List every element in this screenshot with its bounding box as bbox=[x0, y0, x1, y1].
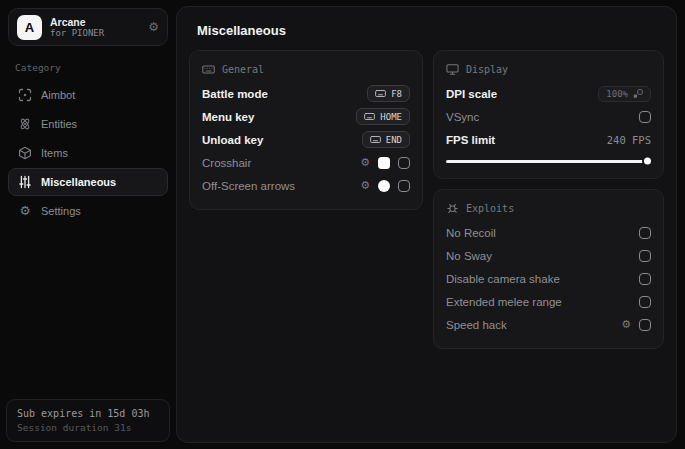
monitor-icon bbox=[446, 63, 459, 76]
subscription-status-card: Sub expires in 15d 03h Session duration … bbox=[6, 399, 170, 442]
general-card: General Battle mode F8 Menu key bbox=[189, 50, 423, 210]
app-subtitle: for PIONER bbox=[50, 28, 140, 38]
cube-icon bbox=[18, 146, 32, 160]
section-title: General bbox=[222, 64, 264, 75]
session-duration-text: Session duration 31s bbox=[17, 422, 159, 433]
setting-row-unload-key: Unload key END bbox=[202, 128, 410, 151]
app-logo: A bbox=[17, 15, 42, 40]
setting-row-dpi-scale: DPI scale 100% bbox=[446, 82, 651, 105]
keyboard-icon bbox=[364, 111, 375, 122]
atom-icon bbox=[18, 117, 32, 131]
setting-row-battle-mode: Battle mode F8 bbox=[202, 82, 410, 105]
setting-row-no-sway: No Sway bbox=[446, 244, 651, 267]
crosshair-checkbox[interactable] bbox=[398, 157, 410, 169]
sidebar-item-entities[interactable]: Entities bbox=[8, 110, 168, 138]
sidebar-item-miscellaneous[interactable]: Miscellaneous bbox=[8, 168, 168, 196]
sidebar-item-label: Settings bbox=[41, 205, 81, 217]
app-window: A Arcane for PIONER ⚙ Category bbox=[0, 0, 685, 449]
keybind-button[interactable]: F8 bbox=[367, 85, 410, 102]
setting-row-vsync: VSync bbox=[446, 105, 651, 128]
slider-handle[interactable] bbox=[644, 158, 651, 165]
main-panel: Miscellaneous General bbox=[176, 6, 677, 443]
setting-row-menu-key: Menu key HOME bbox=[202, 105, 410, 128]
setting-row-no-recoil: No Recoil bbox=[446, 221, 651, 244]
speed-hack-checkbox[interactable] bbox=[639, 319, 651, 331]
sliders-icon bbox=[18, 175, 32, 189]
sidebar-item-label: Items bbox=[41, 147, 68, 159]
sidebar-item-items[interactable]: Items bbox=[8, 139, 168, 167]
gear-icon: ⚙ bbox=[18, 204, 32, 218]
section-title: Display bbox=[466, 64, 508, 75]
page-title: Miscellaneous bbox=[177, 7, 676, 50]
offscreen-arrows-checkbox[interactable] bbox=[398, 180, 410, 192]
fps-limit-value: 240 FPS bbox=[607, 134, 651, 146]
gear-icon[interactable]: ⚙ bbox=[360, 180, 370, 191]
sidebar-item-label: Entities bbox=[41, 118, 77, 130]
no-recoil-checkbox[interactable] bbox=[639, 227, 651, 239]
setting-row-offscreen-arrows: Off-Screen arrows ⚙ bbox=[202, 174, 410, 197]
setting-row-fps-limit: FPS limit 240 FPS bbox=[446, 128, 651, 151]
dpi-scale-button[interactable]: 100% bbox=[598, 86, 651, 102]
gear-icon[interactable]: ⚙ bbox=[360, 157, 370, 168]
sidebar-nav: Aimbot Entities bbox=[8, 81, 168, 225]
keybind-button[interactable]: END bbox=[362, 131, 410, 148]
keyboard-icon bbox=[202, 63, 215, 76]
sub-expiry-text: Sub expires in 15d 03h bbox=[17, 408, 159, 419]
setting-row-crosshair: Crosshair ⚙ bbox=[202, 151, 410, 174]
fps-limit-slider[interactable] bbox=[446, 156, 651, 166]
display-card: Display DPI scale 100% VSy bbox=[433, 50, 664, 179]
gear-icon[interactable]: ⚙ bbox=[621, 319, 631, 330]
sidebar: A Arcane for PIONER ⚙ Category bbox=[0, 0, 176, 449]
brand-card: A Arcane for PIONER ⚙ bbox=[8, 8, 168, 46]
keybind-button[interactable]: HOME bbox=[356, 108, 410, 125]
sidebar-item-label: Miscellaneous bbox=[41, 176, 116, 188]
vsync-checkbox[interactable] bbox=[639, 111, 651, 123]
category-label: Category bbox=[15, 62, 168, 73]
exploits-card: Exploits No Recoil No Sway Disable camer… bbox=[433, 189, 664, 349]
crosshair-scan-icon bbox=[18, 88, 32, 102]
no-sway-checkbox[interactable] bbox=[639, 250, 651, 262]
section-title: Exploits bbox=[466, 203, 514, 214]
setting-row-speed-hack: Speed hack ⚙ bbox=[446, 313, 651, 336]
color-swatch[interactable] bbox=[378, 157, 390, 169]
extended-melee-range-checkbox[interactable] bbox=[639, 296, 651, 308]
brand-gear-icon[interactable]: ⚙ bbox=[148, 21, 159, 33]
scale-icon bbox=[633, 89, 643, 99]
sidebar-item-label: Aimbot bbox=[41, 89, 75, 101]
keyboard-icon bbox=[370, 134, 381, 145]
sidebar-item-aimbot[interactable]: Aimbot bbox=[8, 81, 168, 109]
bug-icon bbox=[446, 202, 459, 215]
color-swatch[interactable] bbox=[378, 180, 390, 192]
setting-row-disable-camera-shake: Disable camera shake bbox=[446, 267, 651, 290]
keyboard-icon bbox=[375, 88, 386, 99]
setting-row-extended-melee-range: Extended melee range bbox=[446, 290, 651, 313]
disable-camera-shake-checkbox[interactable] bbox=[639, 273, 651, 285]
sidebar-item-settings[interactable]: ⚙ Settings bbox=[8, 197, 168, 225]
app-name: Arcane bbox=[50, 16, 140, 28]
